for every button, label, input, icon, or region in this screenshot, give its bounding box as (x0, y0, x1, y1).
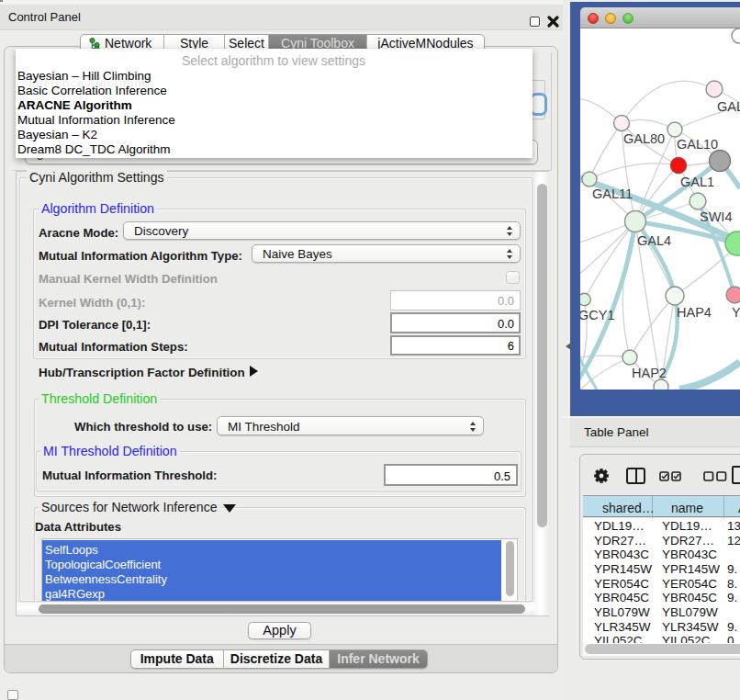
svg-text:GAL1: GAL1 (680, 175, 714, 189)
svg-text:GAL4: GAL4 (637, 233, 671, 248)
svg-text:GAL10: GAL10 (677, 137, 718, 152)
svg-text:GAL80: GAL80 (623, 131, 665, 146)
svg-text:Y: Y (732, 305, 740, 320)
svg-text:SWI4: SWI4 (700, 209, 732, 224)
svg-text:GAL7: GAL7 (717, 99, 740, 114)
svg-text:HAP2: HAP2 (632, 366, 667, 380)
svg-text:HAP4: HAP4 (677, 305, 712, 320)
svg-text:GCY1: GCY1 (580, 308, 615, 322)
svg-text:GAL11: GAL11 (592, 186, 633, 201)
